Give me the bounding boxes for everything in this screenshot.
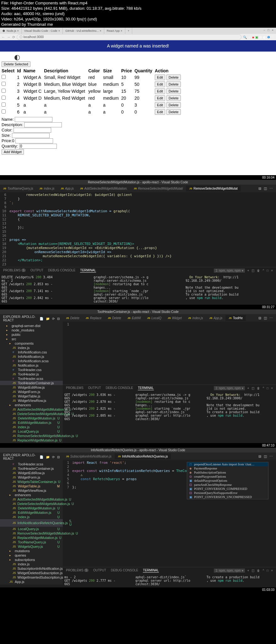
edit-button[interactable]: Edit <box>155 75 165 80</box>
autocomplete-popup[interactable]: □prependOnceListener Auto import from 'c… <box>187 462 268 499</box>
editor-tab[interactable]: JSLocalQ <box>144 315 165 321</box>
file-tree[interactable]: #ToolHeader.scssJSToolHeaderContainer.js… <box>0 461 63 585</box>
editor-tab[interactable]: JSWidget <box>165 315 185 321</box>
split-icon[interactable]: ◫ <box>252 386 254 390</box>
more-icon[interactable]: ⋯ <box>269 454 273 458</box>
terminal-tab[interactable]: TERMINAL <box>138 386 154 390</box>
tree-item[interactable]: JSInfoNotificationRefetchQueries.js5, U <box>0 519 63 527</box>
ext-icon[interactable]: ◐ <box>263 36 266 39</box>
tree-item[interactable]: JSindex.js <box>0 346 63 350</box>
compare-icon[interactable]: ⊟ <box>258 316 261 320</box>
tree-item[interactable]: JSToolHeader.js <box>0 372 63 376</box>
tree-item[interactable]: JSReplaceWidgetMutation.jsU <box>0 536 63 540</box>
split-icon[interactable]: ◫ <box>252 269 254 272</box>
tree-item[interactable]: JSWidgetsTableContainer.jsU <box>0 480 63 484</box>
plus-icon[interactable]: + <box>247 269 249 272</box>
tree-item[interactable]: JSNotification.js <box>0 363 63 368</box>
tree-item[interactable]: JSLocalQuery.jsU <box>0 527 63 531</box>
close-icon[interactable]: × <box>100 29 101 32</box>
tree-item[interactable]: ▸queries <box>0 553 63 558</box>
tree-item[interactable]: ▸enhancers <box>0 403 63 407</box>
tree-item[interactable]: JSApp.js <box>0 580 63 584</box>
tree-item[interactable]: JSEditWidgetMutation.jsU <box>0 420 63 425</box>
reload-icon[interactable]: ⟳ <box>12 35 15 39</box>
tree-item[interactable]: JSWidgetViewRow.js <box>0 398 63 403</box>
url-input[interactable]: ⓘ localhost:3000 <box>17 34 241 40</box>
close-icon[interactable]: × <box>58 29 60 32</box>
row-checkbox[interactable] <box>2 75 6 79</box>
trash-icon[interactable]: 🗑 <box>257 386 260 390</box>
tree-item[interactable]: JSWidgetDeletedSubscription.js <box>0 571 63 575</box>
color-input[interactable] <box>14 128 51 133</box>
code-editor[interactable]: 1 <box>63 322 276 385</box>
tree-item[interactable]: ▸enhancers <box>0 493 63 497</box>
tree-item[interactable]: #ToolHeader.scss <box>0 462 63 466</box>
autocomplete-item[interactable]: ⊡parseAndCheckHttpResponse <box>187 483 268 487</box>
editor-tab[interactable]: JSRemoveSelectedWidgetIdMutat <box>186 186 241 192</box>
autocomplete-item[interactable]: ▣POINT_CONVERSION_UNCOMPRESSED <box>187 495 268 499</box>
maximize-icon[interactable]: □ <box>267 386 268 390</box>
tree-item[interactable]: #InfoNotification.css <box>0 350 63 354</box>
tree-item[interactable]: JSindex.jsU <box>0 425 63 429</box>
tree-item[interactable]: JSToolNameQuery.jsU <box>0 540 63 544</box>
tree-item[interactable]: #InfoNotification.scss <box>0 359 63 363</box>
autocomplete-item[interactable]: ◈PushSubscriptionOptions <box>187 470 268 475</box>
tree-item[interactable]: JSReplaceWidgetMutation.jsU <box>0 438 63 442</box>
edit-button[interactable]: Edit <box>155 88 165 94</box>
tree-item[interactable]: JSSubscriptionInfoNotification.js <box>0 566 63 571</box>
new-folder-icon[interactable]: 📁 <box>46 317 50 320</box>
new-file-icon[interactable]: 📄 <box>40 455 43 459</box>
editor-tab[interactable]: JSDelete <box>105 315 124 321</box>
delete-button[interactable]: Delete <box>166 81 181 87</box>
editor-tab[interactable]: JSInfoNotificationRefetchQueries.js <box>115 453 171 459</box>
refresh-icon[interactable]: ⟳ <box>52 317 55 320</box>
autocomplete-item[interactable]: ◈PaymentResponse <box>187 466 268 470</box>
browser-tab[interactable]: ⬢Node.js× <box>0 28 22 34</box>
terminal-dropdown[interactable]: 1: npm, npm, npm ▾ <box>214 569 245 573</box>
delete-button[interactable]: Delete <box>166 109 181 115</box>
new-folder-icon[interactable]: 📁 <box>46 455 50 459</box>
tree-item[interactable]: JSWidgetForm.js <box>0 390 63 394</box>
new-file-icon[interactable]: 📄 <box>40 317 43 320</box>
row-checkbox[interactable] <box>2 109 6 114</box>
edit-button[interactable]: Edit <box>155 95 165 101</box>
row-checkbox[interactable] <box>2 89 6 93</box>
tree-item[interactable]: JSWidgetViewRow.js <box>0 488 63 493</box>
size-input[interactable] <box>12 133 50 138</box>
tree-item[interactable]: JSAddSelectedWidgetIdMutation.jsU <box>0 407 63 412</box>
compare-icon[interactable]: ⊟ <box>258 186 261 191</box>
tree-item[interactable]: JSRemoveSelectedWidgetIdMutation.jsU <box>0 531 63 536</box>
output-tab[interactable]: OUTPUT <box>88 386 101 390</box>
split-icon[interactable]: ◫ <box>264 186 267 191</box>
close-icon[interactable]: × <box>271 386 273 390</box>
terminal-tab[interactable]: TERMINAL <box>143 569 159 573</box>
maximize-icon[interactable]: □ <box>267 269 268 272</box>
editor-tab[interactable]: JSRemoveSelectedWidgetIdMutati <box>131 186 186 192</box>
trash-icon[interactable]: 🗑 <box>257 269 260 272</box>
tree-item[interactable]: JSWidgetEditRow.js <box>0 385 63 390</box>
code-editor[interactable]: 67891011121314151617181920212223 removeS… <box>0 192 276 267</box>
autocomplete-item[interactable]: ▣defaultPlaygroundOptions <box>187 479 268 483</box>
tree-item[interactable]: ▸public <box>0 332 63 337</box>
chevron-up-icon[interactable]: ^ <box>262 386 264 390</box>
browser-tab[interactable]: GitHub - tAd.wintellectno...× <box>63 28 104 34</box>
collapse-icon[interactable]: ⊟ <box>57 455 60 459</box>
autocomplete-item[interactable]: ⊡PersistedQueryNotSupportedError <box>187 491 268 495</box>
tree-item[interactable]: ▸mutations <box>0 549 63 553</box>
edit-button[interactable]: Edit <box>155 109 165 115</box>
chevron-up-icon[interactable]: ^ <box>262 269 264 272</box>
autocomplete-item[interactable]: ▣POINT_CONVERSION_COMPRESSED <box>187 487 268 491</box>
tree-item[interactable]: JSDeleteWidgetMutation.jsU <box>0 416 63 420</box>
more-icon[interactable]: ⋯ <box>269 186 273 191</box>
row-checkbox[interactable] <box>2 96 6 100</box>
debug-console-tab[interactable]: DEBUG CONSOLE <box>48 269 75 273</box>
debug-console-tab[interactable]: DEBUG CONSOLE <box>111 569 138 573</box>
terminal-dropdown[interactable]: 1: npm, npm, npm ▾ <box>214 269 245 273</box>
add-widget-button[interactable]: Add Widget <box>2 149 24 155</box>
delete-button[interactable]: Delete <box>166 75 181 80</box>
desc-input[interactable] <box>24 122 62 127</box>
tree-item[interactable]: JSWidgetsQuery.jsU <box>0 544 63 549</box>
tree-item[interactable]: ▸subscriptions <box>0 558 63 562</box>
ext-icon[interactable]: ■ <box>252 36 254 39</box>
tree-item[interactable]: JSAddSelectedWidgetIdMutation.jsU <box>0 497 63 502</box>
